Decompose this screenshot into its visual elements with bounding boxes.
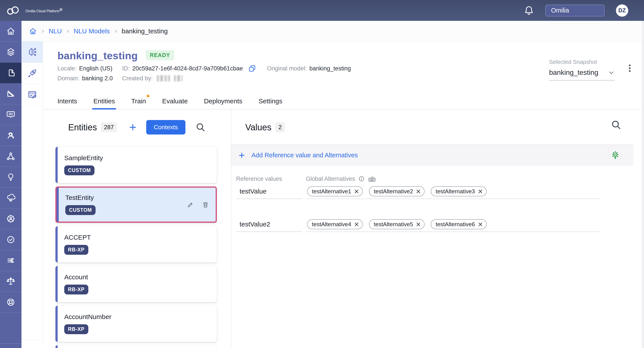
chip-label: testAlternative4	[312, 221, 351, 228]
alternative-chip: testAlternative4	[307, 219, 363, 229]
sidebar-item-blocks[interactable]	[0, 63, 22, 83]
add-entity-plus-icon[interactable]	[128, 123, 138, 132]
sidebar-item-home[interactable]	[0, 21, 22, 42]
close-x-icon[interactable]	[478, 189, 483, 194]
add-plus-icon[interactable]	[238, 151, 246, 159]
kebab-menu-icon[interactable]	[625, 63, 634, 73]
subnav-item-nlu[interactable]	[22, 42, 43, 63]
entities-search-icon[interactable]	[196, 122, 206, 132]
entities-title: Entities	[68, 122, 97, 132]
breadcrumb-item-current: banking_testing	[122, 28, 168, 35]
id-label: ID:	[122, 65, 130, 72]
snapshot-select-group: Selected Snapshot banking_testing	[549, 59, 615, 81]
layers-icon	[6, 47, 15, 57]
alternatives-field[interactable]: testAlternative1 testAlternative2 testAl…	[306, 186, 600, 199]
breadcrumb-home-icon[interactable]	[29, 27, 37, 35]
reference-value-field[interactable]: testValue	[236, 186, 302, 199]
edit-pencil-icon[interactable]	[187, 201, 194, 208]
sidebar-item-network[interactable]	[0, 146, 22, 167]
entity-card-testentity[interactable]: TestEntity CUSTOM	[56, 186, 217, 223]
sidebar-item-compliance[interactable]	[0, 271, 22, 292]
reference-value-field[interactable]: testValue2	[236, 219, 302, 232]
close-x-icon[interactable]	[354, 189, 359, 194]
copy-icon[interactable]	[248, 65, 256, 72]
values-search-icon[interactable]	[611, 120, 622, 130]
avatar-initials: DZ	[618, 7, 626, 14]
tab-deployments[interactable]: Deployments	[204, 93, 242, 109]
sidebar-item-idea[interactable]	[0, 167, 22, 188]
tab-train[interactable]: Train	[131, 93, 146, 109]
page-scrollbar[interactable]	[642, 21, 644, 348]
tab-settings[interactable]: Settings	[259, 93, 282, 109]
delete-trash-icon[interactable]	[202, 201, 209, 208]
add-reference-link[interactable]: Add Reference value and Alternatives	[252, 152, 358, 159]
tab-evaluate[interactable]: Evaluate	[162, 93, 188, 109]
entity-card-accept[interactable]: ACCEPT RB-XP	[56, 226, 217, 262]
home-icon	[6, 27, 15, 36]
entities-panel-header: Entities 287 Contexts	[68, 120, 231, 135]
org-switcher[interactable]: Omilia	[545, 5, 604, 17]
tab-intents[interactable]: Intents	[58, 93, 77, 109]
tab-entities[interactable]: Entities	[94, 93, 115, 109]
sidebar-item-measure[interactable]	[0, 83, 22, 104]
sidebar-item-circuit[interactable]	[0, 250, 22, 271]
registered-mark: ®	[60, 8, 62, 12]
breadcrumb-item-nlu[interactable]: NLU	[49, 28, 62, 35]
keyboard-icon[interactable]	[368, 175, 376, 183]
form-check-icon	[27, 90, 37, 100]
scales-icon	[6, 277, 15, 286]
secondary-sidebar-divider	[22, 340, 43, 340]
id-value: 20c59a27-1e6f-4024-8cd7-9a709b61cbae	[132, 65, 243, 72]
entity-name: TestEntity	[65, 194, 216, 201]
network-icon	[6, 152, 15, 161]
created-by-redacted	[174, 75, 182, 81]
entity-card-account[interactable]: Account RB-XP	[56, 266, 217, 302]
entity-card-partial[interactable]	[56, 345, 217, 348]
close-x-icon[interactable]	[478, 222, 483, 227]
avatar[interactable]: DZ	[616, 5, 628, 17]
sidebar-item-conversation[interactable]	[0, 104, 22, 125]
alternative-chip: testAlternative5	[369, 219, 424, 229]
global-alternatives-header: Global Alternatives	[306, 176, 355, 182]
entities-count-badge: 287	[101, 122, 117, 132]
entity-type-badge: CUSTOM	[65, 205, 96, 215]
subnav-item-forms[interactable]	[22, 84, 43, 105]
entity-type-badge: CUSTOM	[64, 165, 94, 175]
omilia-cloud-logo-icon	[6, 6, 20, 15]
alternatives-field[interactable]: testAlternative4 testAlternative5 testAl…	[306, 219, 600, 232]
alternative-chip: testAlternative2	[369, 186, 424, 196]
close-x-icon[interactable]	[416, 189, 421, 194]
content-split: Entities 287 Contexts SampleEntity CUSTO…	[43, 110, 644, 348]
omilia-cloud-platform-app: Omilia Cloud Platform® Omilia DZ NLU NLU…	[0, 0, 644, 348]
close-x-icon[interactable]	[416, 222, 421, 227]
entity-type-badge: RB-XP	[64, 285, 88, 294]
subnav-item-rocket[interactable]	[22, 63, 43, 84]
info-icon[interactable]	[358, 176, 365, 182]
notifications-bell-icon[interactable]	[524, 6, 534, 16]
sidebar-item-user-settings[interactable]	[0, 208, 22, 229]
sidebar-item-agent[interactable]	[0, 125, 22, 146]
certified-badge-icon	[6, 235, 15, 244]
sidebar-spacer	[0, 313, 22, 343]
value-row: testValue testAlternative1 testAlternati…	[236, 186, 634, 199]
chip-label: testAlternative5	[374, 221, 413, 228]
breadcrumb: NLU NLU Models banking_testing	[22, 21, 644, 42]
brand-title: Omilia Cloud Platform®	[26, 8, 62, 13]
sidebar-item-cloud[interactable]	[0, 188, 22, 208]
sidebar-item-support[interactable]	[0, 292, 22, 313]
close-x-icon[interactable]	[354, 222, 359, 227]
values-title: Values	[245, 122, 271, 132]
values-table-header: Reference values Global Alternatives	[236, 175, 634, 182]
sidebar-item-layers[interactable]	[0, 42, 22, 63]
contexts-button[interactable]: Contexts	[146, 120, 186, 135]
measure-icon	[6, 89, 15, 98]
entity-name: SampleEntity	[64, 154, 217, 162]
chevron-down-icon	[608, 69, 615, 76]
entity-type-badge: RB-XP	[64, 324, 88, 334]
breadcrumb-item-nlu-models[interactable]: NLU Models	[74, 28, 110, 35]
entity-card-accountnumber[interactable]: AccountNumber RB-XP	[56, 306, 217, 342]
lightbulb-tip-icon[interactable]	[610, 150, 620, 160]
sidebar-item-certified[interactable]	[0, 229, 22, 250]
entity-card-sampleentity[interactable]: SampleEntity CUSTOM	[56, 147, 217, 183]
snapshot-select[interactable]: banking_testing	[549, 69, 615, 81]
